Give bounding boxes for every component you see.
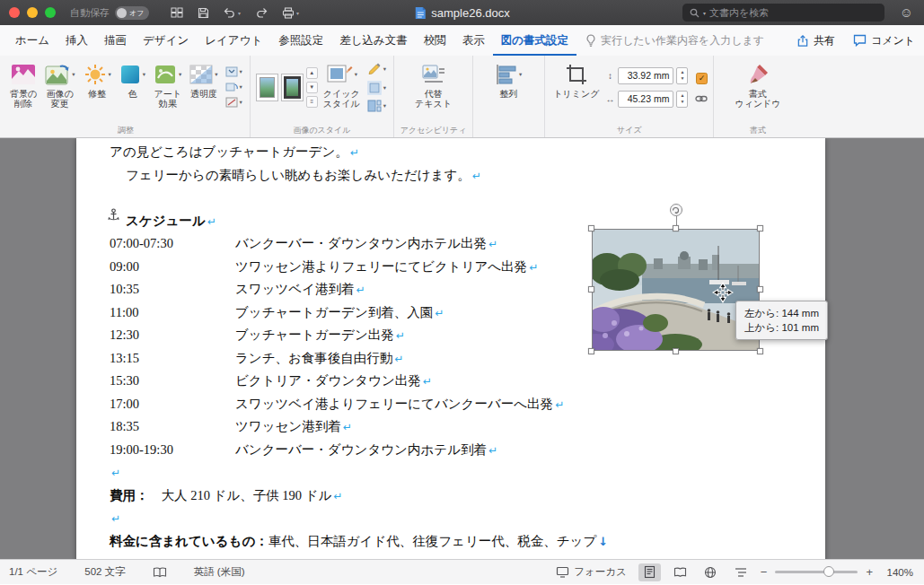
- web-layout-view-button[interactable]: [700, 563, 722, 581]
- save-button[interactable]: [198, 7, 209, 19]
- rotation-handle[interactable]: [670, 204, 682, 216]
- page-count[interactable]: 1/1 ページ: [9, 565, 57, 579]
- tab-review[interactable]: 校閲: [416, 25, 454, 56]
- gallery-scroll-down-button[interactable]: ▼: [306, 82, 318, 93]
- resize-handle-top-left[interactable]: [588, 225, 594, 231]
- picture-layout-button[interactable]: ▾: [365, 100, 388, 112]
- resize-handle-top-right[interactable]: [757, 225, 763, 231]
- ribbon-group-accessibility: 代替 テキスト アクセシビリティ: [393, 56, 472, 137]
- gallery-scroll-up-button[interactable]: ▲: [306, 67, 318, 79]
- tab-design[interactable]: デザイン: [135, 25, 197, 56]
- web-layout-icon: [704, 566, 717, 579]
- change-picture-button[interactable]: ▾ 画像の 変更: [42, 57, 77, 109]
- chevron-down-icon: ▾: [240, 83, 242, 91]
- lock-aspect-ratio-checkbox[interactable]: ✓: [696, 73, 708, 84]
- outline-view-button[interactable]: [730, 563, 752, 581]
- proofing-status-button[interactable]: [153, 567, 167, 578]
- width-stepper[interactable]: ▲▼: [676, 91, 688, 108]
- ribbon-right-actions: 共有 コメント: [796, 25, 915, 56]
- tab-home[interactable]: ホーム: [7, 25, 57, 56]
- paragraph-text: アの見どころはブッチャートガーデン。: [110, 144, 348, 159]
- zoom-out-button[interactable]: −: [761, 566, 768, 578]
- link-icon[interactable]: [695, 95, 708, 102]
- print-layout-view-button[interactable]: [638, 563, 661, 581]
- print-button[interactable]: ▾: [282, 7, 299, 19]
- selected-picture[interactable]: [592, 229, 760, 351]
- resize-handle-bottom-center[interactable]: [673, 348, 679, 354]
- tab-references[interactable]: 参照設定: [270, 25, 331, 56]
- chevron-down-icon: ▾: [383, 102, 386, 109]
- focus-mode-button[interactable]: フォーカス: [556, 565, 627, 579]
- format-pane-button[interactable]: 書式 ウィンドウ: [732, 57, 783, 109]
- close-window-button[interactable]: [9, 7, 20, 18]
- artistic-effects-button[interactable]: ▾ アート 効果: [151, 57, 184, 109]
- corrections-button[interactable]: ▾ 修整: [81, 57, 114, 100]
- feedback-smiley-icon[interactable]: ☺: [900, 4, 913, 22]
- minimize-window-button[interactable]: [27, 7, 38, 18]
- tell-me-input[interactable]: 実行したい作業内容を入力します: [585, 25, 764, 56]
- resize-handle-bottom-left[interactable]: [588, 348, 594, 354]
- picture-border-button[interactable]: ▾: [365, 62, 388, 76]
- zoom-window-button[interactable]: [45, 7, 56, 18]
- chevron-down-icon: ▾: [109, 71, 111, 78]
- ribbon-picture-format: 背景の 削除 ▾ 画像の 変更 ▾ 修整: [0, 56, 924, 138]
- alt-text-button[interactable]: 代替 テキスト: [412, 57, 454, 109]
- picture-effects-button[interactable]: ▾: [365, 81, 388, 95]
- paragraph-mark-icon: ↵: [356, 284, 365, 296]
- color-button[interactable]: ▾ 色: [117, 57, 148, 100]
- remove-background-button[interactable]: 背景の 削除: [7, 57, 40, 109]
- change-picture-small-button[interactable]: ▾: [224, 82, 244, 92]
- search-input[interactable]: ▾ 文書内を検索: [682, 4, 884, 22]
- height-stepper[interactable]: ▲▼: [676, 67, 688, 84]
- zoom-slider[interactable]: [775, 571, 858, 573]
- status-bar: 1/1 ページ 502 文字 英語 (米国) フォーカス: [0, 559, 924, 584]
- tab-draw[interactable]: 描画: [96, 25, 135, 56]
- ribbon-group-size: トリミング ↕ 33.92 mm ▲▼ ↔ 45.23 mm ▲▼ ✓: [544, 56, 713, 137]
- zoom-level[interactable]: 140%: [881, 567, 913, 578]
- transparency-button[interactable]: ▾ 透明度: [187, 57, 220, 100]
- picture-border-pen-icon: [367, 62, 382, 76]
- media-browser-button[interactable]: [171, 7, 183, 18]
- paragraph-mark-icon: ↵: [394, 353, 403, 365]
- resize-handle-top-center[interactable]: [673, 225, 679, 231]
- word-count[interactable]: 502 文字: [84, 565, 125, 579]
- share-button[interactable]: 共有: [796, 33, 835, 48]
- align-button[interactable]: ▾ 整列: [493, 57, 524, 100]
- lightbulb-icon: [585, 34, 596, 48]
- quick-styles-button[interactable]: ▾ クイック スタイル: [321, 57, 363, 109]
- corrections-sun-icon: [84, 64, 107, 85]
- picture-style-thumbnail[interactable]: [281, 74, 304, 101]
- chevron-down-icon: ▾: [72, 71, 75, 78]
- quick-access-toolbar: ▾ ▾: [171, 7, 299, 19]
- ribbon-filler: [802, 56, 922, 137]
- resize-handle-middle-left[interactable]: [588, 286, 594, 292]
- align-icon: [496, 65, 517, 84]
- zoom-slider-thumb[interactable]: [823, 566, 834, 577]
- autosave-toggle[interactable]: オフ: [115, 6, 149, 20]
- read-mode-view-button[interactable]: [669, 563, 691, 581]
- tab-mailings[interactable]: 差し込み文書: [331, 25, 416, 56]
- tab-insert[interactable]: 挿入: [57, 25, 96, 56]
- tab-view[interactable]: 表示: [454, 25, 493, 56]
- picture-style-thumbnail[interactable]: [256, 74, 278, 101]
- gallery-more-button[interactable]: ≡: [306, 96, 318, 108]
- autosave-control[interactable]: 自動保存 オフ: [70, 6, 149, 20]
- crop-button[interactable]: トリミング: [550, 57, 602, 100]
- shape-width-field[interactable]: 45.23 mm: [618, 91, 673, 108]
- comments-label: コメント: [871, 33, 915, 48]
- zoom-in-button[interactable]: +: [866, 566, 873, 578]
- shape-height-field[interactable]: 33.92 mm: [618, 67, 673, 84]
- tab-layout[interactable]: レイアウト: [197, 25, 270, 56]
- redo-button[interactable]: [255, 7, 268, 18]
- included-paragraph: 料金に含まれているもの：車代、日本語ガイド代、往復フェリー代、税金、チップ↓: [110, 530, 801, 554]
- reset-picture-button[interactable]: ▾: [224, 97, 244, 108]
- compress-picture-button[interactable]: ▾: [224, 66, 244, 77]
- tab-picture-format[interactable]: 図の書式設定: [493, 25, 576, 56]
- resize-handle-bottom-right[interactable]: [757, 348, 763, 354]
- language-status[interactable]: 英語 (米国): [194, 565, 245, 579]
- resize-handle-middle-right[interactable]: [757, 286, 763, 292]
- schedule-row: 17:00スワッツベイ港よりフェリーにてバンクーバーへ出発↵: [110, 393, 801, 416]
- size-fields: ↕ 33.92 mm ▲▼ ↔ 45.23 mm ▲▼: [604, 57, 688, 117]
- undo-button[interactable]: ▾: [224, 7, 241, 18]
- comments-button[interactable]: コメント: [853, 33, 915, 48]
